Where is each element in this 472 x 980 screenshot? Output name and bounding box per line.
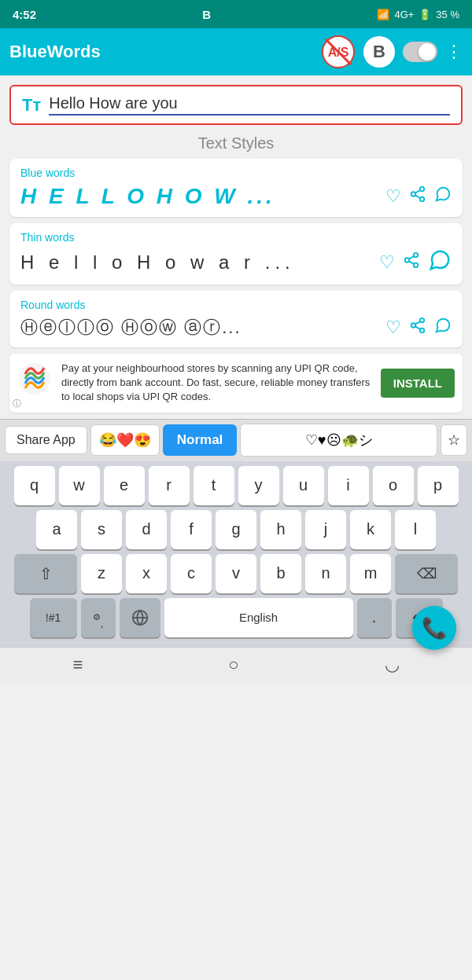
blue-whatsapp-icon[interactable] [434, 185, 452, 207]
key-i[interactable]: i [328, 466, 369, 505]
key-q[interactable]: q [14, 466, 55, 505]
key-o[interactable]: o [373, 466, 414, 505]
keyboard-row-2: a s d f g h j k l [3, 510, 469, 549]
no-ads-icon[interactable]: A/S [321, 35, 356, 69]
key-c[interactable]: c [171, 554, 212, 593]
normal-button[interactable]: Normal [163, 424, 238, 456]
key-period[interactable]: . [357, 598, 392, 637]
blue-share-icon[interactable] [409, 185, 426, 207]
key-l[interactable]: l [395, 510, 436, 549]
share-app-button[interactable]: Share App [5, 426, 87, 454]
key-n[interactable]: n [305, 554, 346, 593]
key-g[interactable]: g [216, 510, 256, 549]
key-u[interactable]: u [283, 466, 324, 505]
svg-point-13 [420, 318, 425, 323]
svg-point-9 [405, 258, 410, 262]
special-chars-button[interactable]: ♡♥☹🐢シ [240, 424, 437, 457]
key-h[interactable]: h [260, 510, 301, 549]
svg-point-4 [411, 192, 416, 196]
svg-point-3 [420, 187, 425, 192]
svg-line-17 [415, 321, 420, 325]
blue-words-actions: ♡ [385, 185, 452, 207]
star-button[interactable]: ☆ [441, 424, 467, 456]
section-heading: Text Styles [0, 134, 472, 152]
key-t[interactable]: t [194, 466, 234, 505]
nav-back-icon[interactable]: ◡ [385, 655, 400, 675]
ad-banner: Pay at your neighbourhood stores by scan… [9, 354, 463, 413]
key-d[interactable]: d [126, 510, 167, 549]
blue-words-label: Blue words [20, 167, 452, 179]
svg-point-10 [414, 263, 419, 268]
b-avatar-label: B [373, 42, 385, 62]
svg-point-14 [411, 323, 416, 328]
top-bar-icons: A/S B ⋮ [321, 35, 463, 69]
round-words-row: Ⓗⓔⓛⓛⓞ Ⓗⓞⓦ ⓐⓡ... ♡ [20, 316, 452, 340]
round-words-label: Round words [20, 299, 452, 311]
tt-icon: Tт [22, 95, 41, 116]
round-heart-icon[interactable]: ♡ [385, 317, 401, 338]
key-y[interactable]: y [238, 466, 279, 505]
text-input[interactable] [49, 94, 450, 116]
emoji-button[interactable]: 😂❤️😍 [90, 424, 160, 456]
status-time: 4:52 [13, 8, 36, 21]
key-comma[interactable]: ⚙, [81, 598, 116, 637]
menu-icon[interactable]: ⋮ [445, 42, 463, 62]
key-backspace[interactable]: ⌫ [395, 554, 458, 593]
key-r[interactable]: r [149, 466, 190, 505]
key-globe[interactable] [120, 598, 160, 637]
key-w[interactable]: w [59, 466, 100, 505]
key-f[interactable]: f [171, 510, 212, 549]
key-symbols[interactable]: !#1 [30, 598, 77, 637]
key-shift[interactable]: ⇧ [14, 554, 77, 593]
thin-share-icon[interactable] [403, 251, 420, 273]
key-z[interactable]: z [81, 554, 122, 593]
nav-home-icon[interactable]: ○ [228, 655, 238, 675]
signal-icon: 📶 [377, 9, 389, 20]
fab-call[interactable]: 📞 [412, 606, 456, 650]
key-k[interactable]: k [350, 510, 391, 549]
input-section: Tт [9, 85, 463, 125]
style-card-round: Round words Ⓗⓔⓛⓛⓞ Ⓗⓞⓦ ⓐⓡ... ♡ [9, 291, 463, 347]
key-m[interactable]: m [350, 554, 391, 593]
status-right: 📶 4G+ 🔋 35 % [377, 9, 459, 20]
key-s[interactable]: s [81, 510, 122, 549]
key-b[interactable]: b [260, 554, 301, 593]
key-a[interactable]: a [36, 510, 77, 549]
blue-heart-icon[interactable]: ♡ [385, 186, 401, 207]
thin-whatsapp-icon[interactable] [428, 248, 452, 277]
key-e[interactable]: e [104, 466, 145, 505]
keyboard-row-1: q w e r t y u i o p [3, 466, 469, 505]
svg-point-8 [414, 253, 419, 258]
battery-level: 35 % [436, 9, 459, 20]
key-space[interactable]: English [164, 598, 353, 637]
nav-menu-icon[interactable]: ≡ [72, 655, 83, 675]
top-bar: BlueWords A/S B ⋮ [0, 28, 472, 75]
svg-line-6 [415, 195, 420, 198]
key-j[interactable]: j [305, 510, 346, 549]
bottom-nav: ≡ ○ ◡ [0, 647, 472, 683]
round-whatsapp-icon[interactable] [434, 317, 452, 339]
key-p[interactable]: p [418, 466, 459, 505]
style-cards: Blue words H E L L O H O W ... ♡ [9, 159, 463, 347]
svg-line-7 [415, 190, 420, 193]
keyboard-row-4: !#1 ⚙, English . ↵ [3, 598, 469, 637]
key-v[interactable]: v [216, 554, 256, 593]
thin-words-row: H e l l o H o w a r ... ♡ [20, 248, 452, 277]
phone-icon: 📞 [422, 616, 447, 640]
toggle-switch[interactable] [403, 42, 437, 62]
svg-line-12 [409, 256, 414, 259]
keyboard-toolbar: Share App 😂❤️😍 Normal ♡♥☹🐢シ ☆ [0, 419, 472, 461]
round-words-text: Ⓗⓔⓛⓛⓞ Ⓗⓞⓦ ⓐⓡ... [20, 316, 385, 340]
round-share-icon[interactable] [409, 317, 426, 339]
network-type: 4G+ [394, 9, 414, 20]
thin-words-actions: ♡ [379, 248, 452, 277]
key-x[interactable]: x [126, 554, 167, 593]
b-avatar[interactable]: B [363, 36, 395, 68]
thin-heart-icon[interactable]: ♡ [379, 252, 395, 273]
status-bar: 4:52 B 📶 4G+ 🔋 35 % [0, 0, 472, 28]
ad-install-button[interactable]: INSTALL [381, 369, 455, 398]
thin-words-label: Thin words [20, 231, 452, 244]
ad-text: Pay at your neighbourhood stores by scan… [61, 362, 371, 405]
app-title: BlueWords [9, 42, 312, 62]
blue-words-row: H E L L O H O W ... ♡ [20, 184, 452, 209]
